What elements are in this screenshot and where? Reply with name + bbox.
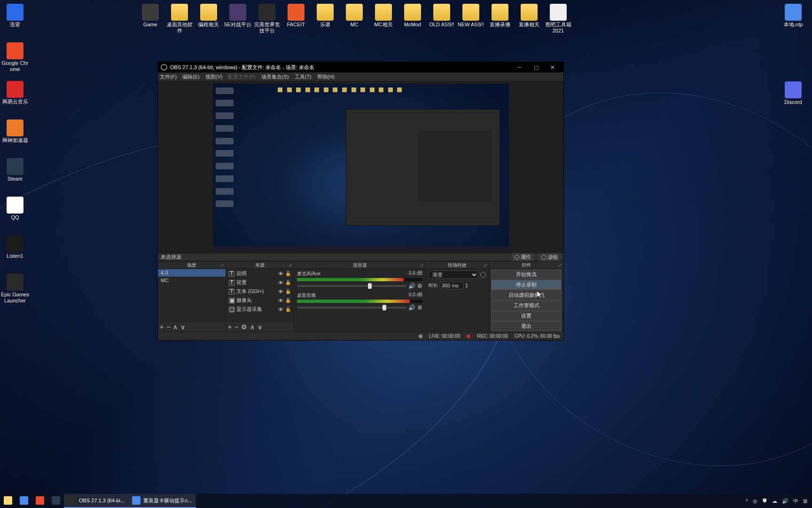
tray-icon[interactable]: 🔊 [782, 498, 789, 504]
control-button[interactable]: 工作室模式 [491, 301, 562, 310]
source-item[interactable]: T说明👁🔓 [226, 269, 294, 278]
menu-item[interactable]: 场景集合(S) [261, 73, 289, 80]
control-button[interactable]: 启动虚拟摄像机 [491, 290, 562, 300]
taskbar-item[interactable]: OBS 27.1.3 (64-bi... [64, 494, 128, 508]
visibility-icon[interactable]: 👁 [278, 307, 283, 312]
duration-down[interactable]: ▼ [465, 286, 468, 288]
volume-slider[interactable] [297, 285, 406, 287]
visibility-icon[interactable]: 👁 [278, 280, 283, 286]
properties-button[interactable]: 属性 [512, 253, 534, 261]
speaker-icon[interactable]: 🔊 [408, 304, 415, 311]
close-button[interactable]: ✕ [544, 62, 561, 72]
taskbar[interactable]: OBS 27.1.3 (64-bi...重装显卡驱动提示n...^◎⛊☁🔊中⊞ [0, 494, 812, 508]
visibility-icon[interactable]: 👁 [278, 271, 283, 277]
taskbar-item[interactable] [48, 494, 64, 508]
desktop-icon[interactable]: 网易云音乐 [1, 81, 29, 105]
menu-item[interactable]: 配置文件(P) [228, 73, 256, 80]
tray-icon[interactable]: ☁ [772, 498, 777, 504]
desktop-icon[interactable]: MC相关 [369, 4, 398, 28]
control-button[interactable]: 开始推流 [491, 270, 562, 279]
visibility-icon[interactable]: 👁 [278, 289, 283, 294]
tray-icon[interactable]: ^ [746, 498, 748, 504]
desktop-icon[interactable]: Epic Games Launcher [1, 274, 29, 304]
scene-item[interactable]: MC [158, 277, 226, 284]
tray-icon[interactable]: 中 [793, 498, 798, 505]
taskbar-item[interactable] [0, 494, 16, 508]
tray-icon[interactable]: ◎ [753, 498, 757, 504]
lock-icon[interactable]: 🔓 [285, 289, 291, 294]
source-item[interactable]: T设置👁🔓 [226, 278, 294, 287]
add-scene-button[interactable]: + [160, 323, 164, 331]
tray-icon[interactable]: ⛊ [762, 498, 767, 504]
transition-settings-button[interactable] [480, 272, 486, 278]
desktop-icon[interactable]: 5E对战平台 [224, 4, 252, 28]
desktop-icon[interactable]: QQ [1, 197, 29, 221]
tray-icon[interactable]: ⊞ [803, 498, 807, 504]
desktop-icon[interactable]: FACEIT [282, 4, 310, 28]
desktop-icon[interactable]: MC [340, 4, 368, 28]
speaker-icon[interactable]: 🔊 [408, 283, 415, 289]
source-item[interactable]: ▣摄像头👁🔓 [226, 296, 294, 305]
desktop-icon[interactable]: 直播相关 [515, 4, 543, 28]
remove-scene-button[interactable]: − [166, 323, 170, 331]
taskbar-item[interactable]: 重装显卡驱动提示n... [128, 494, 195, 508]
preview-area[interactable] [158, 81, 563, 253]
desktop-icon[interactable]: 编程相关 [195, 4, 223, 28]
maximize-button[interactable]: ▢ [528, 62, 544, 72]
menu-item[interactable]: 文件(F) [160, 73, 177, 80]
desktop-icon[interactable]: 迅雷 [1, 4, 29, 28]
transition-select[interactable]: 渐变 [429, 270, 478, 279]
lock-icon[interactable]: 🔓 [285, 298, 291, 303]
popout-icon[interactable]: ⤢ [220, 263, 224, 268]
minimize-button[interactable]: ─ [511, 62, 528, 72]
desktop-icon[interactable]: NEW ASS!! [457, 4, 485, 28]
desktop-icon[interactable]: Google Chrome [1, 42, 29, 72]
popout-icon[interactable]: ⤢ [289, 263, 292, 268]
desktop-icon[interactable]: Listen1 [1, 235, 29, 259]
add-source-button[interactable]: + [228, 323, 232, 331]
duration-input[interactable] [440, 282, 463, 289]
source-settings-button[interactable]: ⚙ [241, 323, 247, 331]
popout-icon[interactable]: ⤢ [420, 263, 424, 268]
channel-settings-icon[interactable]: ⚙ [417, 304, 422, 311]
lock-icon[interactable]: 🔓 [285, 271, 291, 276]
control-button[interactable]: 设置 [491, 311, 562, 321]
channel-settings-icon[interactable]: ⚙ [417, 283, 422, 289]
source-item[interactable]: ▢显示器采集👁🔓 [226, 305, 294, 314]
desktop-icon[interactable]: Steam [1, 158, 29, 182]
taskbar-item[interactable] [16, 494, 32, 508]
desktop-icon[interactable]: 图吧工具箱2021 [544, 4, 572, 34]
control-button[interactable]: 退出 [491, 321, 562, 331]
taskbar-item[interactable] [32, 494, 48, 508]
menu-item[interactable]: 视图(V) [205, 73, 223, 80]
menu-item[interactable]: 帮助(H) [317, 73, 335, 80]
popout-icon[interactable]: ⤢ [558, 263, 562, 268]
menu-item[interactable]: 工具(T) [295, 73, 312, 80]
desktop-icon[interactable]: 乐谱 [311, 4, 339, 28]
scene-up-button[interactable]: ∧ [173, 323, 178, 331]
desktop-icon[interactable]: Game [136, 4, 164, 28]
titlebar[interactable]: OBS 27.1.3 (64-bit, windows) - 配置文件: 未命名… [158, 62, 563, 72]
source-down-button[interactable]: ∨ [258, 323, 262, 331]
desktop-icon[interactable]: 完美世界竞技平台 [253, 4, 281, 34]
desktop-icon[interactable]: 直播录播 [486, 4, 514, 28]
filters-button[interactable]: 滤镜 [539, 253, 561, 261]
menu-item[interactable]: 编辑(E) [182, 73, 200, 80]
remove-source-button[interactable]: − [234, 323, 238, 331]
desktop-icon[interactable]: McMod [398, 4, 427, 28]
visibility-icon[interactable]: 👁 [278, 298, 283, 303]
source-item[interactable]: T文本 (GDI+)👁🔓 [226, 287, 294, 296]
desktop-icon[interactable]: 网神加速器 [1, 119, 29, 143]
lock-icon[interactable]: 🔓 [285, 307, 291, 312]
desktop-icon[interactable]: OLD ASS!! [428, 4, 456, 28]
desktop-icon[interactable]: 桌面其他软件 [165, 4, 194, 34]
control-button[interactable]: 停止录制 [491, 280, 562, 290]
desktop-icon[interactable]: 本地.rdp [779, 4, 807, 28]
lock-icon[interactable]: 🔓 [285, 280, 291, 285]
source-up-button[interactable]: ∧ [250, 323, 255, 331]
scene-item[interactable]: 4:3 [158, 269, 226, 277]
desktop-icon[interactable]: Discord [779, 81, 807, 105]
popout-icon[interactable]: ⤢ [484, 263, 487, 268]
scene-down-button[interactable]: ∨ [180, 323, 185, 331]
volume-slider[interactable] [297, 307, 406, 309]
